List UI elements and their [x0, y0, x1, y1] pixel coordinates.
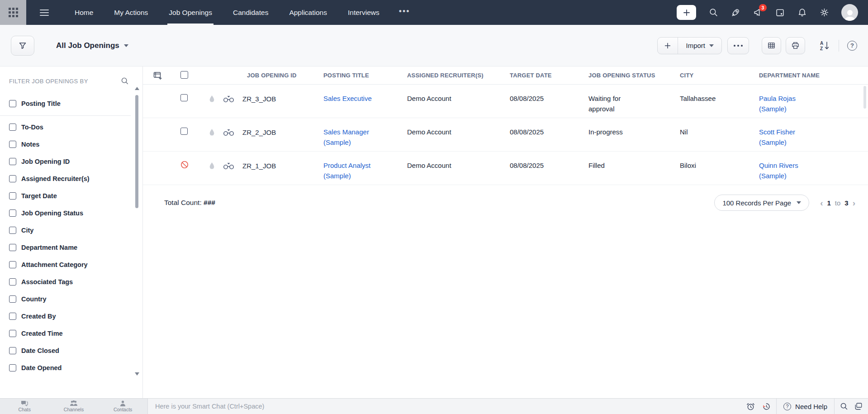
checkbox[interactable]: [9, 209, 16, 217]
posting-title-link[interactable]: Product Analyst (Sample): [323, 160, 379, 181]
filter-option[interactable]: Assigned Recruiter(s): [0, 170, 142, 187]
nav-tab-home[interactable]: Home: [64, 0, 104, 25]
notifications-button[interactable]: [797, 8, 807, 18]
calendar-button[interactable]: [775, 8, 785, 18]
checkbox[interactable]: [9, 364, 16, 371]
filter-option[interactable]: Created Time: [0, 325, 142, 342]
filter-option[interactable]: Created By: [0, 308, 142, 325]
view-selector[interactable]: All Job Openings: [56, 41, 128, 50]
reminders-button[interactable]: [746, 402, 755, 411]
filter-option[interactable]: Target Date: [0, 187, 142, 205]
nav-tab-job-openings[interactable]: Job Openings: [158, 0, 223, 25]
checkbox[interactable]: [9, 330, 16, 337]
checkbox[interactable]: [9, 175, 16, 182]
posting-title-link[interactable]: Sales Executive: [323, 93, 372, 104]
department-link[interactable]: Paula Rojas (Sample): [759, 93, 814, 114]
row-checkbox[interactable]: [180, 128, 188, 135]
announcements-button[interactable]: 3: [753, 8, 763, 18]
previous-page-button[interactable]: ‹: [820, 199, 823, 207]
menu-toggle-button[interactable]: [40, 10, 49, 16]
filter-option[interactable]: Date Closed: [0, 342, 142, 359]
chat-windows-button[interactable]: [854, 402, 863, 410]
table-row[interactable]: ZR_2_JOB Sales Manager (Sample) Demo Acc…: [143, 118, 868, 152]
print-button[interactable]: [786, 37, 805, 54]
checkbox[interactable]: [9, 278, 16, 286]
col-header-assigned-recruiters[interactable]: ASSIGNED RECRUITER(S): [403, 72, 505, 79]
col-header-city[interactable]: CITY: [675, 72, 754, 79]
filter-option[interactable]: Job Opening Status: [0, 205, 142, 222]
checkbox[interactable]: [9, 347, 16, 354]
checkbox[interactable]: [9, 295, 16, 303]
col-header-department-name[interactable]: DEPARTMENT NAME: [754, 72, 868, 79]
whats-new-button[interactable]: [730, 8, 740, 18]
col-header-posting-title[interactable]: POSTING TITLE: [319, 72, 403, 79]
filter-option[interactable]: Country: [0, 290, 142, 308]
chats-button[interactable]: Chats: [4, 400, 45, 412]
next-page-button[interactable]: ›: [853, 199, 855, 207]
filter-option-pinned[interactable]: Posting Title: [0, 95, 142, 112]
col-header-job-opening-id[interactable]: JOB OPENING ID: [199, 72, 319, 79]
binoculars-preview-icon[interactable]: [223, 95, 235, 103]
checkbox[interactable]: [9, 192, 16, 200]
checkbox[interactable]: [9, 313, 16, 320]
scrollbar-thumb[interactable]: [135, 95, 138, 208]
checkbox[interactable]: [9, 100, 16, 107]
nav-tab-interviews[interactable]: Interviews: [337, 0, 390, 25]
checkbox[interactable]: [9, 158, 16, 165]
table-row[interactable]: ZR_3_JOB Sales Executive Demo Account 08…: [143, 85, 868, 118]
col-header-job-opening-status[interactable]: JOB OPENING STATUS: [584, 72, 675, 79]
search-button[interactable]: [708, 8, 718, 18]
table-row[interactable]: ZR_1_JOB Product Analyst (Sample) Demo A…: [143, 152, 868, 185]
row-checkbox[interactable]: [180, 94, 188, 101]
col-header-target-date[interactable]: TARGET DATE: [505, 72, 584, 79]
user-avatar[interactable]: [841, 4, 858, 21]
filter-option[interactable]: Department Name: [0, 239, 142, 256]
records-per-page-dropdown[interactable]: 100 Records Per Page: [714, 195, 809, 211]
checkbox[interactable]: [9, 141, 16, 148]
checkbox[interactable]: [9, 124, 16, 131]
filter-option[interactable]: To-Dos: [0, 119, 142, 136]
posting-title-link[interactable]: Sales Manager (Sample): [323, 127, 379, 148]
table-scrollbar-thumb[interactable]: [863, 86, 866, 109]
add-job-opening-button[interactable]: [658, 38, 678, 54]
recent-activity-button[interactable]: [762, 402, 771, 411]
quick-create-button[interactable]: [677, 5, 696, 20]
scroll-down-arrow-icon[interactable]: [135, 372, 139, 376]
channels-button[interactable]: Channels: [53, 400, 94, 412]
scroll-up-arrow-icon[interactable]: [135, 87, 139, 90]
filter-option[interactable]: City: [0, 222, 142, 239]
filter-option[interactable]: Notes: [0, 136, 142, 153]
contacts-button[interactable]: Contacts: [103, 400, 143, 412]
sidebar-search-icon[interactable]: [121, 77, 129, 85]
smart-chat-input[interactable]: [155, 403, 427, 410]
more-actions-button[interactable]: [727, 37, 749, 54]
chat-search-button[interactable]: [840, 402, 848, 410]
sidebar-scrollbar[interactable]: [134, 87, 140, 376]
binoculars-preview-icon[interactable]: [223, 129, 235, 136]
smart-chat-bar[interactable]: [148, 399, 746, 414]
binoculars-preview-icon[interactable]: [223, 162, 235, 170]
add-column-button[interactable]: [143, 71, 172, 81]
settings-button[interactable]: [819, 8, 829, 18]
need-help-button[interactable]: ? Need Help: [776, 399, 835, 414]
import-button[interactable]: Import: [678, 38, 721, 54]
nav-more-button[interactable]: •••: [390, 0, 419, 25]
filter-option[interactable]: Attachment Category: [0, 256, 142, 273]
nav-tab-my-actions[interactable]: My Actions: [104, 0, 158, 25]
table-view-button[interactable]: [762, 37, 781, 54]
department-link[interactable]: Quinn Rivers (Sample): [759, 160, 814, 181]
sort-button[interactable]: AZ: [819, 40, 830, 51]
nav-tab-applications[interactable]: Applications: [279, 0, 337, 25]
checkbox[interactable]: [9, 261, 16, 268]
filter-option[interactable]: Date Opened: [0, 359, 142, 376]
department-link[interactable]: Scott Fisher (Sample): [759, 127, 814, 148]
help-button[interactable]: ?: [847, 41, 857, 51]
app-launcher-button[interactable]: [0, 0, 26, 25]
nav-tab-candidates[interactable]: Candidates: [223, 0, 279, 25]
checkbox[interactable]: [9, 227, 16, 234]
checkbox[interactable]: [9, 244, 16, 251]
filter-toggle-button[interactable]: [11, 36, 34, 56]
filter-option[interactable]: Job Opening ID: [0, 153, 142, 170]
select-all-checkbox[interactable]: [180, 71, 188, 79]
filter-option[interactable]: Associated Tags: [0, 273, 142, 290]
